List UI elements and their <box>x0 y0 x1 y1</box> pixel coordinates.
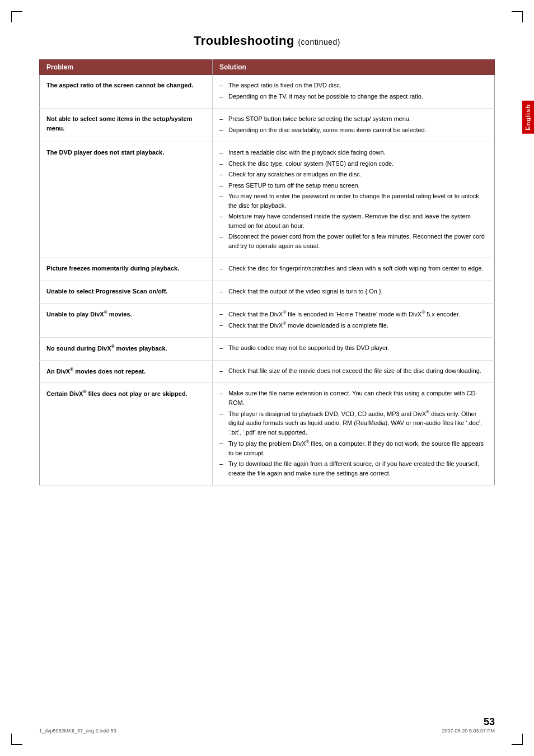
solution-item: You may need to enter the password in or… <box>219 192 488 210</box>
page-number: 53 <box>442 716 495 728</box>
footer-left: 1_dvp5982MKII_37_eng 2.indd 53 <box>39 728 116 734</box>
solution-item: Check the disc for fingerprint/scratches… <box>219 264 488 273</box>
solution-cell: Check that the output of the video signa… <box>212 281 494 304</box>
table-row: Picture freezes momentarily during playb… <box>40 258 495 281</box>
table-row: The DVD player does not start playback.I… <box>40 142 495 258</box>
solution-cell: Make sure the file name extension is cor… <box>212 383 494 486</box>
problem-cell: Unable to select Progressive Scan on/off… <box>40 281 213 304</box>
table-row: Not able to select some items in the set… <box>40 109 495 142</box>
solution-item: Check the disc type, colour system (NTSC… <box>219 159 488 169</box>
solution-item: The aspect ratio is fixed on the DVD dis… <box>219 81 488 90</box>
problem-cell: An DivX® movies does not repeat. <box>40 360 213 383</box>
table-row: Certain DivX® files does not play or are… <box>40 383 495 486</box>
page-container: English Troubleshooting (continued) Prob… <box>0 0 534 756</box>
solution-item: Check that the DivX® file is encoded in … <box>219 309 488 319</box>
solution-item: Moisture may have condensed inside the s… <box>219 212 488 230</box>
solution-item: Make sure the file name extension is cor… <box>219 389 488 407</box>
table-row: No sound during DivX® movies playback.Th… <box>40 338 495 361</box>
solution-item: Press STOP button twice before selecting… <box>219 114 488 124</box>
problem-cell: Not able to select some items in the set… <box>40 109 213 142</box>
solution-header: Solution <box>212 60 494 75</box>
solution-item: Check that the DivX® movie downloaded is… <box>219 320 488 330</box>
solution-cell: The audio codec may not be supported by … <box>212 338 494 361</box>
problem-cell: The DVD player does not start playback. <box>40 142 213 258</box>
problem-header: Problem <box>40 60 213 75</box>
solution-item: The audio codec may not be supported by … <box>219 343 488 353</box>
solution-cell: The aspect ratio is fixed on the DVD dis… <box>212 75 494 109</box>
page-title: Troubleshooting (continued) <box>39 34 495 48</box>
solution-cell: Check that file size of the movie does n… <box>212 360 494 383</box>
table-row: Unable to play DivX® movies.Check that t… <box>40 304 495 338</box>
solution-item: Depending on the TV, it may not be possi… <box>219 92 488 101</box>
problem-cell: Certain DivX® files does not play or are… <box>40 383 213 486</box>
corner-mark-tl <box>11 11 22 22</box>
solution-item: Disconnect the power cord from the power… <box>219 232 488 250</box>
corner-mark-br <box>512 734 523 745</box>
corner-mark-bl <box>11 734 22 745</box>
solution-item: The player is designed to playback DVD, … <box>219 409 488 437</box>
solution-item: Insert a readable disc with the playback… <box>219 148 488 157</box>
solution-item: Depending on the disc availability, some… <box>219 125 488 135</box>
problem-cell: No sound during DivX® movies playback. <box>40 338 213 361</box>
page-footer: 1_dvp5982MKII_37_eng 2.indd 53 53 2007-0… <box>39 716 495 734</box>
solution-cell: Check the disc for fingerprint/scratches… <box>212 258 494 281</box>
language-tab: English <box>522 101 534 134</box>
solution-item: Check that file size of the movie does n… <box>219 366 488 376</box>
solution-item: Press SETUP to turn off the setup menu s… <box>219 181 488 190</box>
solution-item: Check that the output of the video signa… <box>219 287 488 296</box>
footer-right: 2007-08-20 5:03:07 PM <box>442 728 495 734</box>
solution-cell: Insert a readable disc with the playback… <box>212 142 494 258</box>
problem-cell: The aspect ratio of the screen cannot be… <box>40 75 213 109</box>
table-row: An DivX® movies does not repeat.Check th… <box>40 360 495 383</box>
corner-mark-tr <box>512 11 523 22</box>
problem-cell: Picture freezes momentarily during playb… <box>40 258 213 281</box>
table-row: Unable to select Progressive Scan on/off… <box>40 281 495 304</box>
solution-item: Try to play the problem DivX® files, on … <box>219 438 488 458</box>
problem-cell: Unable to play DivX® movies. <box>40 304 213 338</box>
solution-item: Check for any scratches or smudges on th… <box>219 170 488 179</box>
solution-cell: Press STOP button twice before selecting… <box>212 109 494 142</box>
table-row: The aspect ratio of the screen cannot be… <box>40 75 495 109</box>
solution-cell: Check that the DivX® file is encoded in … <box>212 304 494 338</box>
solution-item: Try to download the file again from a di… <box>219 459 488 478</box>
troubleshoot-table: Problem Solution The aspect ratio of the… <box>39 59 495 486</box>
